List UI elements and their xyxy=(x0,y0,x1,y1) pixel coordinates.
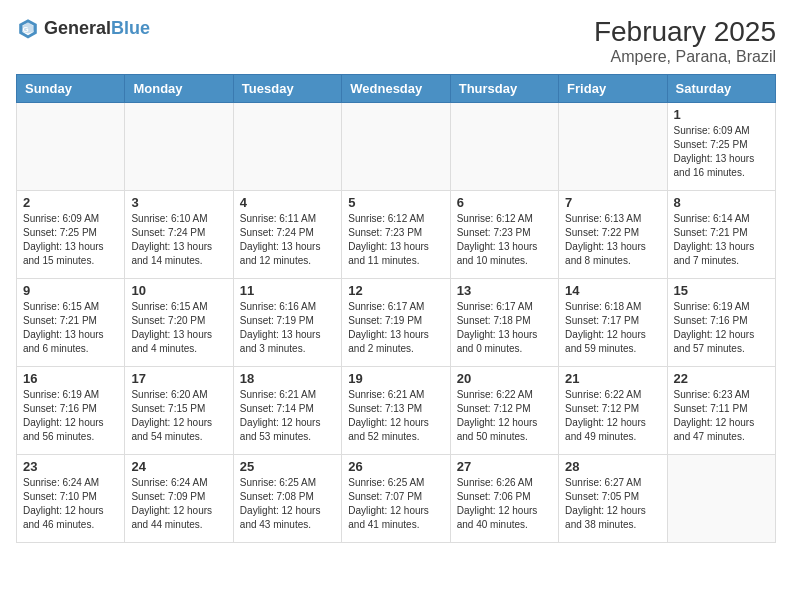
month-title: February 2025 xyxy=(594,16,776,48)
calendar-cell xyxy=(17,103,125,191)
day-header-friday: Friday xyxy=(559,75,667,103)
day-number: 8 xyxy=(674,195,769,210)
day-info: Sunrise: 6:16 AMSunset: 7:19 PMDaylight:… xyxy=(240,300,335,356)
calendar-cell: 19Sunrise: 6:21 AMSunset: 7:13 PMDayligh… xyxy=(342,367,450,455)
calendar-cell xyxy=(125,103,233,191)
day-info: Sunrise: 6:15 AMSunset: 7:21 PMDaylight:… xyxy=(23,300,118,356)
day-info: Sunrise: 6:24 AMSunset: 7:09 PMDaylight:… xyxy=(131,476,226,532)
calendar-header-row: SundayMondayTuesdayWednesdayThursdayFrid… xyxy=(17,75,776,103)
page-header: G GeneralBlue February 2025 Ampere, Para… xyxy=(16,16,776,66)
day-number: 27 xyxy=(457,459,552,474)
calendar-cell: 18Sunrise: 6:21 AMSunset: 7:14 PMDayligh… xyxy=(233,367,341,455)
day-info: Sunrise: 6:12 AMSunset: 7:23 PMDaylight:… xyxy=(457,212,552,268)
calendar-week-5: 23Sunrise: 6:24 AMSunset: 7:10 PMDayligh… xyxy=(17,455,776,543)
day-number: 10 xyxy=(131,283,226,298)
calendar-cell: 12Sunrise: 6:17 AMSunset: 7:19 PMDayligh… xyxy=(342,279,450,367)
calendar-cell: 27Sunrise: 6:26 AMSunset: 7:06 PMDayligh… xyxy=(450,455,558,543)
calendar-cell: 10Sunrise: 6:15 AMSunset: 7:20 PMDayligh… xyxy=(125,279,233,367)
day-info: Sunrise: 6:22 AMSunset: 7:12 PMDaylight:… xyxy=(457,388,552,444)
day-info: Sunrise: 6:13 AMSunset: 7:22 PMDaylight:… xyxy=(565,212,660,268)
logo-blue: Blue xyxy=(111,18,150,38)
day-header-wednesday: Wednesday xyxy=(342,75,450,103)
calendar-cell: 14Sunrise: 6:18 AMSunset: 7:17 PMDayligh… xyxy=(559,279,667,367)
calendar-cell: 15Sunrise: 6:19 AMSunset: 7:16 PMDayligh… xyxy=(667,279,775,367)
day-header-sunday: Sunday xyxy=(17,75,125,103)
calendar-cell: 22Sunrise: 6:23 AMSunset: 7:11 PMDayligh… xyxy=(667,367,775,455)
calendar-cell: 8Sunrise: 6:14 AMSunset: 7:21 PMDaylight… xyxy=(667,191,775,279)
day-info: Sunrise: 6:24 AMSunset: 7:10 PMDaylight:… xyxy=(23,476,118,532)
day-number: 28 xyxy=(565,459,660,474)
calendar-cell: 11Sunrise: 6:16 AMSunset: 7:19 PMDayligh… xyxy=(233,279,341,367)
day-header-monday: Monday xyxy=(125,75,233,103)
calendar-cell xyxy=(233,103,341,191)
calendar-week-1: 1Sunrise: 6:09 AMSunset: 7:25 PMDaylight… xyxy=(17,103,776,191)
day-number: 19 xyxy=(348,371,443,386)
day-header-tuesday: Tuesday xyxy=(233,75,341,103)
calendar-cell: 9Sunrise: 6:15 AMSunset: 7:21 PMDaylight… xyxy=(17,279,125,367)
day-number: 22 xyxy=(674,371,769,386)
calendar-cell xyxy=(342,103,450,191)
day-info: Sunrise: 6:18 AMSunset: 7:17 PMDaylight:… xyxy=(565,300,660,356)
day-number: 21 xyxy=(565,371,660,386)
day-number: 5 xyxy=(348,195,443,210)
day-info: Sunrise: 6:25 AMSunset: 7:07 PMDaylight:… xyxy=(348,476,443,532)
day-info: Sunrise: 6:10 AMSunset: 7:24 PMDaylight:… xyxy=(131,212,226,268)
calendar-cell: 1Sunrise: 6:09 AMSunset: 7:25 PMDaylight… xyxy=(667,103,775,191)
calendar-cell: 23Sunrise: 6:24 AMSunset: 7:10 PMDayligh… xyxy=(17,455,125,543)
day-info: Sunrise: 6:14 AMSunset: 7:21 PMDaylight:… xyxy=(674,212,769,268)
calendar-week-3: 9Sunrise: 6:15 AMSunset: 7:21 PMDaylight… xyxy=(17,279,776,367)
day-number: 3 xyxy=(131,195,226,210)
day-info: Sunrise: 6:27 AMSunset: 7:05 PMDaylight:… xyxy=(565,476,660,532)
calendar-table: SundayMondayTuesdayWednesdayThursdayFrid… xyxy=(16,74,776,543)
day-number: 18 xyxy=(240,371,335,386)
day-number: 25 xyxy=(240,459,335,474)
day-number: 24 xyxy=(131,459,226,474)
day-info: Sunrise: 6:09 AMSunset: 7:25 PMDaylight:… xyxy=(674,124,769,180)
calendar-cell: 28Sunrise: 6:27 AMSunset: 7:05 PMDayligh… xyxy=(559,455,667,543)
day-number: 17 xyxy=(131,371,226,386)
calendar-cell: 25Sunrise: 6:25 AMSunset: 7:08 PMDayligh… xyxy=(233,455,341,543)
day-number: 14 xyxy=(565,283,660,298)
calendar-cell xyxy=(450,103,558,191)
day-info: Sunrise: 6:26 AMSunset: 7:06 PMDaylight:… xyxy=(457,476,552,532)
day-header-thursday: Thursday xyxy=(450,75,558,103)
day-number: 9 xyxy=(23,283,118,298)
day-info: Sunrise: 6:09 AMSunset: 7:25 PMDaylight:… xyxy=(23,212,118,268)
title-block: February 2025 Ampere, Parana, Brazil xyxy=(594,16,776,66)
logo-icon: G xyxy=(16,16,40,40)
day-info: Sunrise: 6:25 AMSunset: 7:08 PMDaylight:… xyxy=(240,476,335,532)
day-number: 23 xyxy=(23,459,118,474)
logo-text: GeneralBlue xyxy=(44,18,150,39)
logo-general: General xyxy=(44,18,111,38)
calendar-cell: 13Sunrise: 6:17 AMSunset: 7:18 PMDayligh… xyxy=(450,279,558,367)
day-number: 13 xyxy=(457,283,552,298)
day-info: Sunrise: 6:17 AMSunset: 7:18 PMDaylight:… xyxy=(457,300,552,356)
day-number: 4 xyxy=(240,195,335,210)
calendar-week-4: 16Sunrise: 6:19 AMSunset: 7:16 PMDayligh… xyxy=(17,367,776,455)
logo: G GeneralBlue xyxy=(16,16,150,40)
calendar-cell: 26Sunrise: 6:25 AMSunset: 7:07 PMDayligh… xyxy=(342,455,450,543)
calendar-cell: 3Sunrise: 6:10 AMSunset: 7:24 PMDaylight… xyxy=(125,191,233,279)
day-info: Sunrise: 6:11 AMSunset: 7:24 PMDaylight:… xyxy=(240,212,335,268)
day-number: 1 xyxy=(674,107,769,122)
calendar-cell: 20Sunrise: 6:22 AMSunset: 7:12 PMDayligh… xyxy=(450,367,558,455)
location-title: Ampere, Parana, Brazil xyxy=(594,48,776,66)
calendar-cell: 2Sunrise: 6:09 AMSunset: 7:25 PMDaylight… xyxy=(17,191,125,279)
day-number: 20 xyxy=(457,371,552,386)
day-info: Sunrise: 6:12 AMSunset: 7:23 PMDaylight:… xyxy=(348,212,443,268)
calendar-cell: 21Sunrise: 6:22 AMSunset: 7:12 PMDayligh… xyxy=(559,367,667,455)
day-number: 12 xyxy=(348,283,443,298)
day-number: 6 xyxy=(457,195,552,210)
calendar-cell: 24Sunrise: 6:24 AMSunset: 7:09 PMDayligh… xyxy=(125,455,233,543)
day-number: 7 xyxy=(565,195,660,210)
day-info: Sunrise: 6:19 AMSunset: 7:16 PMDaylight:… xyxy=(674,300,769,356)
day-header-saturday: Saturday xyxy=(667,75,775,103)
calendar-cell: 6Sunrise: 6:12 AMSunset: 7:23 PMDaylight… xyxy=(450,191,558,279)
day-number: 26 xyxy=(348,459,443,474)
day-info: Sunrise: 6:15 AMSunset: 7:20 PMDaylight:… xyxy=(131,300,226,356)
day-number: 2 xyxy=(23,195,118,210)
calendar-cell xyxy=(667,455,775,543)
day-info: Sunrise: 6:23 AMSunset: 7:11 PMDaylight:… xyxy=(674,388,769,444)
day-info: Sunrise: 6:20 AMSunset: 7:15 PMDaylight:… xyxy=(131,388,226,444)
day-info: Sunrise: 6:21 AMSunset: 7:13 PMDaylight:… xyxy=(348,388,443,444)
